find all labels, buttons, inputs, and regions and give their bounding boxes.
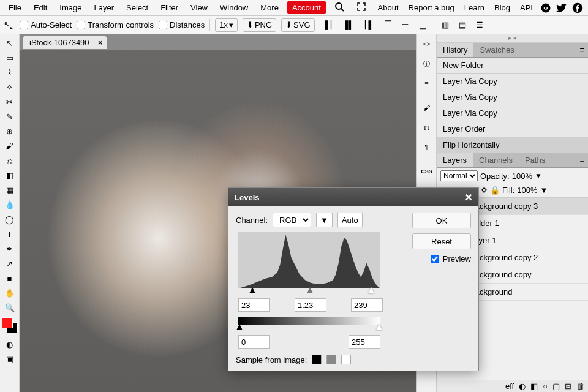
link-api[interactable]: API — [515, 1, 538, 15]
ok-button[interactable]: OK — [412, 213, 471, 228]
gradient-tool[interactable]: ▦ — [1, 183, 18, 197]
tab-paths[interactable]: Paths — [519, 153, 551, 167]
status-icon[interactable]: ⊞ — [565, 382, 571, 391]
menu-window[interactable]: Window — [214, 1, 254, 15]
preview-checkbox[interactable]: Preview — [412, 254, 471, 263]
input-white-field[interactable] — [351, 298, 383, 312]
status-icon[interactable]: ▢ — [552, 382, 560, 391]
output-black-field[interactable] — [238, 335, 270, 349]
sample-gray-button[interactable] — [326, 355, 336, 364]
brush-panel-icon[interactable]: 🖌 — [418, 99, 435, 116]
type-tool[interactable]: T — [1, 227, 18, 241]
panel-collapse-icon[interactable]: <> — [418, 36, 435, 53]
dialog-titlebar[interactable]: Levels × — [228, 188, 478, 206]
clone-stamp-tool[interactable]: ⎌ — [1, 153, 18, 168]
lock-all-icon[interactable]: 🔒 — [490, 186, 500, 195]
fill-value[interactable]: 100% — [517, 186, 537, 195]
reset-button[interactable]: Reset — [412, 233, 471, 249]
lock-position-icon[interactable]: ✥ — [481, 186, 488, 195]
distribute-spacing-icon[interactable]: ☰ — [473, 19, 486, 31]
tab-layers[interactable]: Layers — [437, 153, 473, 167]
align-top-icon[interactable]: ▔ — [382, 19, 394, 31]
adjustments-panel-icon[interactable]: ≡ — [418, 75, 435, 92]
brush-tool[interactable]: 🖌 — [1, 138, 18, 153]
sample-black-button[interactable] — [312, 355, 322, 364]
menu-layer[interactable]: Layer — [88, 1, 121, 15]
history-item[interactable]: Flip Horizontally — [437, 137, 588, 153]
menu-more[interactable]: More — [254, 1, 285, 15]
export-png-button[interactable]: ⬇ PNG — [243, 18, 276, 32]
magic-wand-tool[interactable]: ✧ — [1, 80, 18, 94]
align-center-h-icon[interactable]: ▐▌ — [342, 19, 355, 31]
history-item[interactable]: Layer Via Copy — [437, 74, 588, 89]
paragraph-panel-icon[interactable]: ¶ — [418, 138, 435, 156]
lasso-tool[interactable]: ⌇ — [1, 65, 18, 80]
crop-tool[interactable]: ✂ — [1, 94, 18, 109]
shape-tool[interactable]: ■ — [1, 271, 18, 285]
status-icon[interactable]: ◐ — [519, 382, 526, 391]
color-swatch[interactable] — [2, 317, 18, 333]
menu-view[interactable]: View — [184, 1, 214, 15]
marquee-tool[interactable]: ▭ — [1, 50, 18, 65]
export-scale-select[interactable]: 1x ▾ — [215, 18, 238, 32]
align-left-icon[interactable]: ▌▏ — [325, 19, 337, 31]
channel-select[interactable]: RGB — [273, 213, 311, 227]
blend-mode-select[interactable]: Normal — [440, 170, 478, 181]
history-item[interactable]: Layer Order — [437, 121, 588, 137]
opacity-value[interactable]: 100% — [512, 172, 532, 181]
distribute-h-icon[interactable]: ▥ — [439, 19, 451, 31]
status-icon[interactable]: 🗑 — [576, 382, 584, 391]
close-tab-icon[interactable]: × — [98, 38, 103, 47]
close-dialog-icon[interactable]: × — [465, 190, 472, 205]
character-panel-icon[interactable]: T↓ — [418, 119, 435, 136]
link-learn[interactable]: Learn — [459, 1, 489, 15]
output-black-slider[interactable] — [236, 324, 243, 330]
history-panel-menu-icon[interactable]: ≡ — [576, 43, 588, 57]
sample-white-button[interactable] — [341, 355, 351, 364]
fullscreen-icon[interactable] — [350, 0, 372, 16]
link-report-bug[interactable]: Report a bug — [404, 1, 459, 15]
align-middle-icon[interactable]: ═ — [399, 19, 412, 31]
link-about[interactable]: About — [373, 1, 404, 15]
eyedropper-tool[interactable]: ✎ — [1, 109, 18, 124]
dodge-tool[interactable]: ◯ — [1, 212, 18, 227]
input-gamma-field[interactable] — [295, 298, 326, 312]
panel-collapse-arrows[interactable]: ▸ ◂ — [437, 34, 588, 43]
tab-swatches[interactable]: Swatches — [473, 43, 520, 57]
distribute-v-icon[interactable]: ▤ — [456, 19, 469, 31]
output-slider-track[interactable] — [238, 325, 380, 331]
facebook-icon[interactable] — [571, 2, 584, 14]
align-right-icon[interactable]: ▕▐ — [360, 19, 372, 31]
status-icon[interactable]: ◧ — [530, 382, 538, 391]
status-icon[interactable]: ○ — [543, 382, 548, 391]
path-select-tool[interactable]: ↗ — [1, 256, 18, 271]
tab-history[interactable]: History — [437, 43, 473, 57]
foreground-color[interactable] — [2, 317, 13, 328]
healing-tool[interactable]: ⊕ — [1, 124, 18, 138]
info-panel-icon[interactable]: ⓘ — [418, 55, 435, 72]
menu-filter[interactable]: Filter — [154, 1, 184, 15]
history-item[interactable]: Layer Via Copy — [437, 105, 588, 121]
account-button[interactable]: Account — [287, 1, 326, 14]
document-tab[interactable]: iStock-10673490 × — [23, 36, 107, 49]
reddit-icon[interactable] — [540, 2, 552, 14]
channel-menu-button[interactable]: ▼ — [316, 213, 333, 227]
eraser-tool[interactable]: ◧ — [1, 168, 18, 183]
output-white-field[interactable] — [349, 335, 380, 349]
pen-tool[interactable]: ✒ — [1, 241, 18, 256]
align-bottom-icon[interactable]: ▁ — [417, 19, 429, 31]
auto-select-checkbox[interactable]: Auto-Select — [20, 20, 72, 29]
auto-button[interactable]: Auto — [337, 213, 363, 227]
menu-file[interactable]: File — [2, 1, 28, 15]
transform-controls-checkbox[interactable]: Transform controls — [77, 20, 154, 29]
input-black-slider[interactable] — [249, 287, 255, 293]
zoom-tool[interactable]: 🔍 — [1, 300, 18, 315]
menu-select[interactable]: Select — [120, 1, 154, 15]
distances-checkbox[interactable]: Distances — [159, 20, 205, 29]
search-icon[interactable] — [328, 0, 350, 16]
input-white-slider[interactable] — [368, 287, 374, 293]
blur-tool[interactable]: 💧 — [1, 197, 18, 212]
export-svg-button[interactable]: ⬇ SVG — [281, 18, 314, 32]
quickmask-toggle[interactable]: ◐ — [1, 337, 18, 352]
input-black-field[interactable] — [238, 298, 270, 312]
